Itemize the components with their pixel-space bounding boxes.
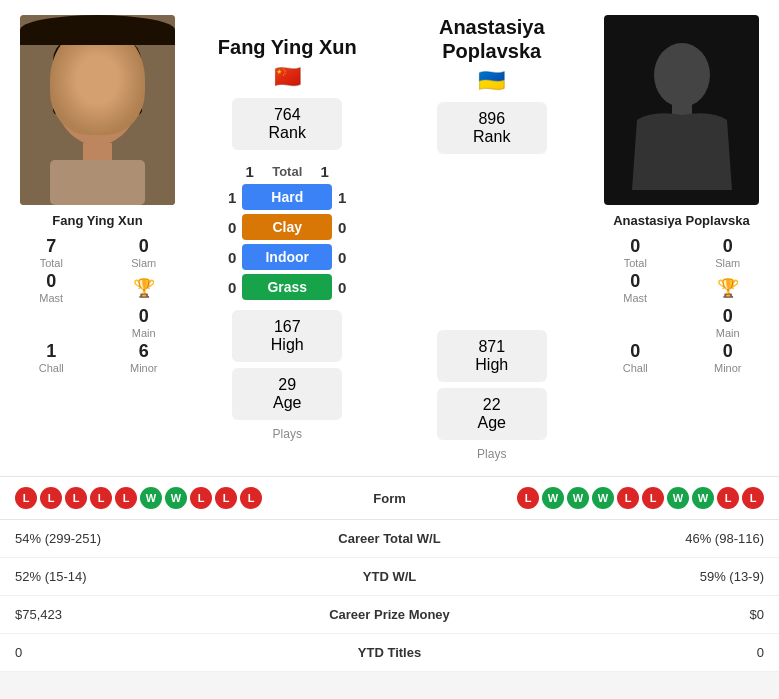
form-badge: W [140, 487, 162, 509]
player2-chall-label: Chall [594, 362, 677, 374]
player2-trophy-icon: 🏆 [717, 277, 739, 299]
player1-chall-cell: 1 Chall [10, 341, 93, 374]
form-badge: L [215, 487, 237, 509]
player2-stats-grid: 0 Total 0 Slam 0 Mast 🏆 0 Main [594, 236, 769, 374]
player2-main-value: 0 [687, 306, 770, 327]
player2-age-value: 22 [457, 396, 527, 414]
player1-main-label: Main [103, 327, 186, 339]
player1-career-prize: $75,423 [15, 607, 290, 622]
form-badge: L [617, 487, 639, 509]
player2-ytd-titles: 0 [490, 645, 765, 660]
player1-ytd-wl: 52% (15-14) [15, 569, 290, 584]
player1-minor-label: Minor [103, 362, 186, 374]
player1-form-badges: LLLLLWWLLL [15, 487, 262, 509]
player1-mast-label: Mast [10, 292, 93, 304]
player1-rank-label: Rank [252, 124, 322, 142]
career-prize-row: $75,423 Career Prize Money $0 [0, 596, 779, 634]
player2-high-card: 871 High [437, 330, 547, 382]
ytd-titles-row: 0 YTD Titles 0 [0, 634, 779, 672]
player1-flag: 🇨🇳 [274, 64, 301, 90]
vs-clay-p1: 0 [222, 219, 242, 236]
svg-rect-10 [86, 117, 108, 125]
form-label: Form [373, 491, 406, 506]
vs-content: 1 Total 1 1 Hard 1 0 Clay 0 0 Indoor [190, 161, 385, 302]
player2-main-spacer [594, 306, 677, 339]
vs-total-p2: 1 [315, 163, 335, 180]
player2-high-label: High [457, 356, 527, 374]
player2-chall-cell: 0 Chall [594, 341, 677, 374]
form-badge: L [115, 487, 137, 509]
vs-section-right: Anastasiya Poplavska 🇺🇦 896 Rank 871 Hig… [390, 15, 595, 461]
ytd-wl-row: 52% (15-14) YTD W/L 59% (13-9) [0, 558, 779, 596]
ytd-titles-label: YTD Titles [290, 645, 490, 660]
vs-section: Fang Ying Xun 🇨🇳 764 Rank 1 Total 1 1 Ha… [185, 15, 390, 461]
player2-age-card: 22 Age [437, 388, 547, 440]
player1-rank-card: 764 Rank [232, 98, 342, 150]
player1-high-value: 167 [252, 318, 322, 336]
form-badge: W [165, 487, 187, 509]
form-section: LLLLLWWLLL Form LWWWLLWWLL [0, 476, 779, 519]
player1-high-label: High [252, 336, 322, 354]
vs-hard-p1: 1 [222, 189, 242, 206]
form-badge: W [692, 487, 714, 509]
player2-total-label: Total [594, 257, 677, 269]
svg-point-15 [654, 43, 710, 107]
form-badge: W [567, 487, 589, 509]
player2-slam-cell: 0 Slam [687, 236, 770, 269]
player1-photo [20, 15, 175, 205]
player2-total-cell: 0 Total [594, 236, 677, 269]
form-badge: L [240, 487, 262, 509]
vs-total-row: 1 Total 1 [190, 163, 385, 180]
form-badge: L [190, 487, 212, 509]
form-badge: W [592, 487, 614, 509]
vs-clay-row: 0 Clay 0 [190, 214, 385, 240]
svg-point-8 [108, 89, 116, 97]
player2-mast-value: 0 [594, 271, 677, 292]
vs-hard-row: 1 Hard 1 [190, 184, 385, 210]
player2-rank-card: 896 Rank [437, 102, 547, 154]
player2-name: Anastasiya Poplavska [613, 213, 750, 228]
player2-trophy-cell: 🏆 [687, 271, 770, 304]
player2-title: Anastasiya Poplavska [395, 15, 590, 63]
player1-total-value: 7 [10, 236, 93, 257]
player1-title: Fang Ying Xun [218, 35, 357, 59]
svg-point-7 [105, 88, 119, 98]
vs-indoor-p2: 0 [332, 249, 352, 266]
player1-panel: Fang Ying Xun 7 Total 0 Slam 0 Mast 🏆 [10, 15, 185, 461]
career-wl-row: 54% (299-251) Career Total W/L 46% (98-1… [0, 520, 779, 558]
form-badge: W [542, 487, 564, 509]
player2-plays-label: Plays [477, 447, 506, 461]
player2-ytd-wl: 59% (13-9) [490, 569, 765, 584]
player2-photo [604, 15, 759, 205]
vs-grass-p2: 0 [332, 279, 352, 296]
player1-high-card: 167 High [232, 310, 342, 362]
form-badge: L [717, 487, 739, 509]
form-badge: L [742, 487, 764, 509]
form-badge: W [667, 487, 689, 509]
player1-age-value: 29 [252, 376, 322, 394]
form-badge: L [642, 487, 664, 509]
player1-slam-value: 0 [103, 236, 186, 257]
form-badge: L [15, 487, 37, 509]
player1-slam-cell: 0 Slam [103, 236, 186, 269]
svg-point-9 [93, 102, 101, 108]
player2-age-label: Age [457, 414, 527, 432]
vs-grass-p1: 0 [222, 279, 242, 296]
vs-indoor-p1: 0 [222, 249, 242, 266]
player1-trophy-cell: 🏆 [103, 271, 186, 304]
player1-career-wl: 54% (299-251) [15, 531, 290, 546]
player2-career-wl: 46% (98-116) [490, 531, 765, 546]
player2-minor-cell: 0 Minor [687, 341, 770, 374]
player1-chall-value: 1 [10, 341, 93, 362]
player2-panel: Anastasiya Poplavska 0 Total 0 Slam 0 Ma… [594, 15, 769, 461]
svg-point-5 [75, 88, 89, 98]
player1-name: Fang Ying Xun [52, 213, 142, 228]
ytd-wl-label: YTD W/L [290, 569, 490, 584]
top-section: Fang Ying Xun 7 Total 0 Slam 0 Mast 🏆 [0, 0, 779, 476]
player1-photo-svg [20, 15, 175, 205]
main-container: Fang Ying Xun 7 Total 0 Slam 0 Mast 🏆 [0, 0, 779, 672]
player2-main-cell: 0 Main [687, 306, 770, 339]
vs-total-p1: 1 [240, 163, 260, 180]
svg-rect-13 [20, 15, 175, 205]
vs-indoor-label: Indoor [242, 244, 332, 270]
